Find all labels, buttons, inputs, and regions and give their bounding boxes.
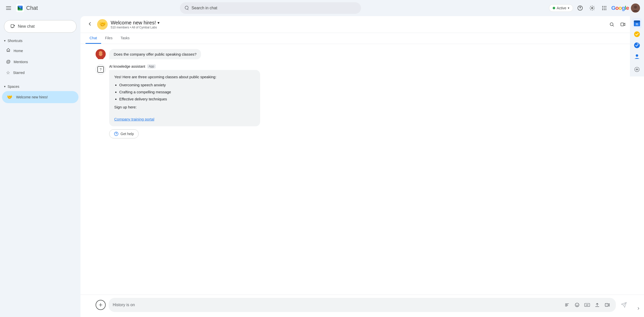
tasks-icon <box>633 31 640 38</box>
user-message-avatar <box>96 49 106 59</box>
chat-title-text: Welcome new hires! <box>111 20 156 26</box>
settings-button[interactable] <box>587 3 597 13</box>
sidebar-item-mentions[interactable]: @ Mentions <box>2 57 78 67</box>
svg-point-7 <box>602 6 603 7</box>
get-help-label: Get help <box>120 132 134 136</box>
sidebar-item-home[interactable]: Home <box>2 45 78 56</box>
svg-point-9 <box>606 6 607 7</box>
mentions-label: Mentions <box>14 60 28 64</box>
send-button[interactable] <box>619 300 629 310</box>
apps-button[interactable] <box>599 3 609 13</box>
top-bar: Chat Search in chat Active ▾ <box>0 0 644 16</box>
back-button[interactable] <box>86 20 94 29</box>
svg-point-35 <box>576 304 577 305</box>
spaces-label: Spaces <box>8 85 19 89</box>
avatar-image <box>631 4 640 13</box>
ai-message-bubble: Yes! Here are three upcoming classes abo… <box>109 70 260 126</box>
ai-portal-link[interactable]: Company training portal <box>114 117 154 121</box>
svg-text:31: 31 <box>635 23 638 26</box>
svg-rect-42 <box>634 21 640 22</box>
calendar-icon: 31 <box>633 20 640 27</box>
get-help-icon <box>114 132 118 136</box>
tasks-side-button[interactable] <box>632 29 642 39</box>
top-bar-left: Chat <box>4 4 85 13</box>
ai-list-item-2: Crafting a compelling message <box>119 89 255 95</box>
help-icon <box>577 5 583 11</box>
message-input-wrapper: GIF <box>109 298 616 312</box>
ai-message-header: AI knowledge assistant App <box>109 64 629 68</box>
space-avatar: 🤝 <box>97 19 108 30</box>
video-message-button[interactable] <box>603 300 612 309</box>
ai-sender-name: AI knowledge assistant <box>109 64 145 68</box>
ai-message-avatar: ? <box>96 64 106 74</box>
people-side-button[interactable] <box>632 51 642 61</box>
svg-point-34 <box>575 303 579 307</box>
video-button[interactable] <box>618 19 628 29</box>
expand-panel-button[interactable] <box>635 305 642 312</box>
active-status-dot <box>553 7 555 9</box>
user-message-text: Does the company offer public speaking c… <box>114 52 196 56</box>
active-chevron-icon: ▾ <box>568 6 569 10</box>
svg-point-5 <box>580 9 580 10</box>
add-icon <box>98 302 103 307</box>
message-input[interactable] <box>113 303 560 307</box>
google-logo: Google <box>611 5 629 11</box>
new-chat-button[interactable]: New chat <box>4 20 76 33</box>
main-layout: New chat ▾ Shortcuts Home @ Mentions <box>0 16 644 317</box>
chat-logo-icon <box>16 4 24 12</box>
tab-tasks[interactable]: Tasks <box>116 33 134 44</box>
members-count: 510 members <box>111 26 129 29</box>
chat-info: Welcome new hires! ▾ 510 members • All o… <box>111 20 604 29</box>
tab-chat[interactable]: Chat <box>86 33 101 44</box>
svg-text:?: ? <box>100 67 102 71</box>
grid-icon <box>601 5 607 11</box>
calendar-side-button[interactable]: 31 <box>632 18 642 28</box>
tab-files[interactable]: Files <box>101 33 117 44</box>
svg-point-15 <box>606 9 607 10</box>
sidebar-item-welcome-new-hires[interactable]: 🤝 Welcome new hires! <box>2 91 78 103</box>
upload-button[interactable] <box>593 300 602 309</box>
upload-icon <box>595 302 600 307</box>
add-attachment-button[interactable] <box>96 300 106 310</box>
search-chat-button[interactable] <box>607 19 617 29</box>
emoji-button[interactable] <box>573 300 582 309</box>
svg-rect-0 <box>6 6 11 7</box>
spaces-section-header[interactable]: ▾ Spaces <box>2 83 78 91</box>
user-avatar[interactable] <box>631 4 640 13</box>
svg-text:GIF: GIF <box>586 304 588 306</box>
get-help-button[interactable]: Get help <box>109 129 139 138</box>
add-side-icon <box>634 67 640 72</box>
search-bar[interactable]: Search in chat <box>180 2 361 14</box>
input-actions: GIF <box>562 300 612 309</box>
hamburger-menu-button[interactable] <box>4 4 13 13</box>
sidebar-item-starred[interactable]: ☆ Starred <box>2 67 78 78</box>
shortcuts-label: Shortcuts <box>8 39 22 43</box>
ai-list-item-1: Overcoming speech anxiety <box>119 82 255 88</box>
text-format-button[interactable] <box>562 300 572 309</box>
starred-label: Starred <box>13 71 25 75</box>
people-icon <box>634 53 640 60</box>
gif-button[interactable]: GIF <box>583 300 592 309</box>
new-chat-icon <box>10 24 15 29</box>
app-logo: Chat <box>16 4 38 12</box>
help-button[interactable] <box>575 3 585 13</box>
spaces-section: ▾ Spaces 🤝 Welcome new hires! <box>0 83 80 104</box>
checktasks-icon <box>633 42 640 49</box>
star-icon: ☆ <box>6 70 10 75</box>
right-panel: 🤝 Welcome new hires! ▾ 510 members • All… <box>80 16 644 317</box>
send-icon <box>621 302 627 308</box>
mentions-icon: @ <box>6 59 11 64</box>
chat-title[interactable]: Welcome new hires! ▾ <box>111 20 604 26</box>
search-bar-container: Search in chat <box>180 2 361 14</box>
add-side-panel-button[interactable] <box>632 64 642 74</box>
checktasks-side-button[interactable] <box>632 40 642 50</box>
active-status-button[interactable]: Active ▾ <box>549 4 573 12</box>
user-message-bubble: Does the company offer public speaking c… <box>109 49 201 59</box>
app-badge: App <box>147 64 155 68</box>
input-area: GIF <box>80 295 644 317</box>
home-label: Home <box>14 49 23 53</box>
messages-area: Does the company offer public speaking c… <box>80 44 644 295</box>
svg-point-10 <box>602 8 603 9</box>
shortcuts-section-header[interactable]: ▾ Shortcuts <box>2 37 78 45</box>
home-icon <box>6 48 11 54</box>
